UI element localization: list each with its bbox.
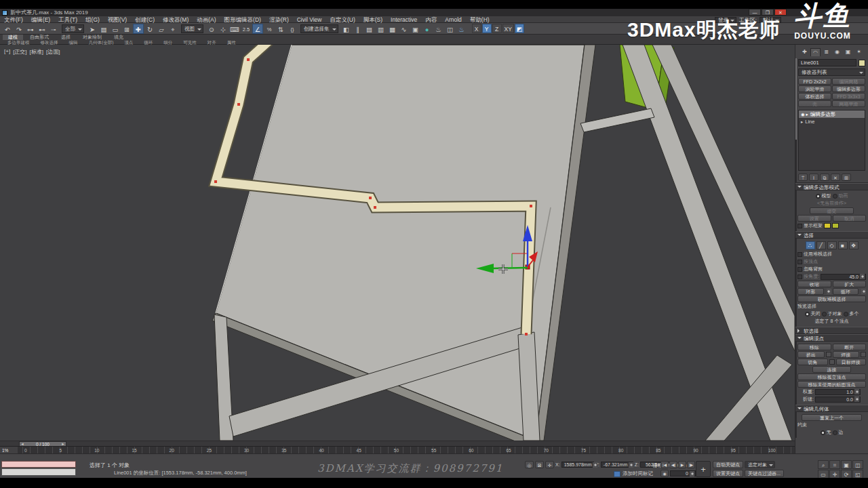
menu-item[interactable]: 编辑(E) <box>27 16 54 23</box>
render-production-icon[interactable]: ♨ <box>456 24 467 34</box>
maxscript-macro-recorder[interactable] <box>1 461 76 468</box>
loop-button[interactable]: 循环 <box>833 288 859 295</box>
axis-plane-constraint[interactable]: XY <box>502 24 514 33</box>
menu-item[interactable]: 帮助(H) <box>466 16 494 23</box>
use-pivot-point-center-icon[interactable]: ⊙ <box>206 24 217 34</box>
rollout-edit-vertices[interactable]: 编辑顶点 <box>795 334 868 342</box>
absolute-offset-mode-icon[interactable]: ✛ <box>545 461 554 468</box>
viewport-canvas[interactable] <box>0 45 795 441</box>
constraint-edge-radio[interactable] <box>833 430 837 435</box>
named-selection-sets-dropdown[interactable]: 创建选择集 <box>300 24 338 33</box>
menu-item[interactable]: Civil View <box>293 16 326 23</box>
ribbon-panel-label[interactable]: 几何体(全部) <box>84 40 119 45</box>
go-to-start-button[interactable]: |◀ <box>660 461 669 468</box>
ribbon-tab-modeling[interactable]: 建模 <box>3 35 23 40</box>
preview-subobject-radio[interactable] <box>822 312 827 317</box>
object-name-field[interactable]: Line001 <box>798 59 856 66</box>
ribbon-panel-label[interactable]: 对齐 <box>203 40 221 45</box>
zoom-all-icon[interactable]: ⌗ <box>829 460 840 469</box>
play-button[interactable]: ▶ <box>678 461 686 468</box>
modifier-btn-meshsmooth[interactable]: 网格平滑 <box>832 100 865 107</box>
ribbon-tab-selection[interactable]: 选择 <box>56 35 76 40</box>
element-subobject-icon[interactable]: ❖ <box>849 241 859 249</box>
current-frame-field[interactable]: 0 <box>670 470 696 476</box>
modifier-btn-turbosmooth[interactable]: 涡轮平滑 <box>798 85 831 92</box>
select-and-place-icon[interactable]: ⌖ <box>167 24 178 34</box>
modifier-btn-ffd3[interactable]: FFD 3x3x3 <box>832 93 865 100</box>
ribbon-panel-label[interactable]: 多边形建模 <box>3 40 35 45</box>
menu-item[interactable]: 自定义(U) <box>326 16 359 23</box>
material-editor-icon[interactable]: ● <box>422 24 433 34</box>
zoom-icon[interactable]: ⌕ <box>818 460 829 469</box>
auto-key-button[interactable]: 自动关键点 <box>713 461 743 468</box>
ribbon-panel-label[interactable]: 循环 <box>139 40 157 45</box>
animate-radio[interactable] <box>833 194 837 199</box>
cancel-button[interactable]: 取消 <box>833 215 867 222</box>
select-and-link-icon[interactable]: ⊶ <box>25 24 36 34</box>
rollout-edit-poly-mode[interactable]: 编辑多边形模式 <box>795 183 868 190</box>
key-filters-button[interactable]: 关键点过滤器... <box>745 470 784 477</box>
ribbon-toggle-icon[interactable]: ▦ <box>387 24 398 34</box>
reference-coordinate-dropdown[interactable]: 视图 <box>181 24 203 33</box>
select-and-move-icon[interactable]: ✚ <box>133 24 144 34</box>
maxscript-mini-listener[interactable] <box>1 468 76 476</box>
use-stack-selection-checkbox[interactable] <box>797 252 802 257</box>
preview-multiple-radio[interactable] <box>844 312 848 317</box>
key-mode-toggle-icon[interactable]: ◉ <box>660 470 669 477</box>
chamfer-settings-icon[interactable] <box>829 359 835 365</box>
modifier-btn-edit-poly[interactable]: 编辑多边形 <box>832 85 865 92</box>
grow-button[interactable]: 扩大 <box>833 281 867 287</box>
menu-item[interactable]: 创建(C) <box>131 16 159 23</box>
modifier-stack[interactable]: ◉ ▸编辑多边形▸Line <box>798 110 865 171</box>
vertex-subobject-icon[interactable]: ∴ <box>806 241 815 249</box>
zoom-extents-all-icon[interactable]: ◫ <box>852 460 863 469</box>
rollout-edit-geometry[interactable]: 编辑几何体 <box>795 405 868 412</box>
remove-isolated-vertices-button[interactable]: 移除孤立顶点 <box>797 373 866 380</box>
y-transform-field[interactable]: -67.321mm <box>601 462 633 468</box>
bind-to-space-warp-icon[interactable]: ⊸ <box>48 24 59 34</box>
rollout-selection[interactable]: 选择 <box>795 231 868 239</box>
rectangular-selection-region-icon[interactable]: ▭ <box>110 24 121 34</box>
menu-item[interactable]: 动画(A) <box>193 16 220 23</box>
by-vertex-checkbox[interactable] <box>797 260 802 264</box>
ring-spinner[interactable] <box>827 289 831 294</box>
viewport-label-menu[interactable]: [标准] <box>30 48 43 56</box>
selection-filter-dropdown[interactable]: 全部 <box>62 24 84 33</box>
crease-field[interactable]: 0.0 <box>815 396 861 403</box>
show-cage-checkbox[interactable] <box>797 224 802 228</box>
constraint-none-radio[interactable] <box>821 430 825 435</box>
render-setup-icon[interactable]: ♨ <box>433 24 444 34</box>
cage-color-swatch[interactable] <box>824 223 831 228</box>
menu-item[interactable]: 内容 <box>421 16 441 23</box>
set-key-button[interactable]: 设置关键点 <box>713 470 743 477</box>
ribbon-panel-label[interactable]: 编辑 <box>64 40 83 45</box>
previous-frame-button[interactable]: ◀| <box>669 461 677 468</box>
repeat-last-button[interactable]: 重复上一个 <box>802 414 862 421</box>
remove-unused-map-verts-button[interactable]: 移除未使用的贴图顶点 <box>797 381 866 388</box>
schematic-view-icon[interactable]: ▣ <box>410 24 421 34</box>
spinner-snap-icon[interactable]: ⇅ <box>275 24 286 34</box>
weight-field[interactable]: 1.0 <box>815 389 861 395</box>
axis-z-constraint[interactable]: Z <box>492 24 502 33</box>
viewport-label-menu[interactable]: [+] <box>4 48 10 56</box>
commit-button[interactable]: 提交 <box>810 207 854 214</box>
axis-y-constraint[interactable]: Y <box>482 24 492 33</box>
select-and-scale-icon[interactable]: ▱ <box>156 24 167 34</box>
weld-settings-icon[interactable] <box>861 352 866 357</box>
modifier-btn-ffd2[interactable]: FFD 2x2x2 <box>798 78 831 85</box>
layer-explorer-icon[interactable]: ▥ <box>376 24 387 34</box>
ribbon-tab-populate[interactable]: 填充 <box>108 35 129 40</box>
menu-item[interactable]: 脚本(S) <box>359 16 387 23</box>
align-icon[interactable]: ∥ <box>353 24 363 34</box>
menu-item[interactable]: 文件(F) <box>0 16 27 23</box>
rendered-frame-window-icon[interactable]: ◫ <box>445 24 456 34</box>
preview-off-radio[interactable] <box>805 312 810 317</box>
menu-item[interactable]: 图形编辑器(D) <box>220 16 265 23</box>
isolate-selection-icon[interactable]: ◎ <box>525 461 534 468</box>
window-crossing-icon[interactable]: ⊞ <box>121 24 132 34</box>
angle-field[interactable]: 45.0 <box>821 274 866 280</box>
minimize-button[interactable]: — <box>749 9 761 16</box>
scene-explorer-icon[interactable]: ▤ <box>364 24 375 34</box>
loop-spinner[interactable] <box>861 289 866 294</box>
select-by-name-icon[interactable]: ▤ <box>98 24 109 34</box>
